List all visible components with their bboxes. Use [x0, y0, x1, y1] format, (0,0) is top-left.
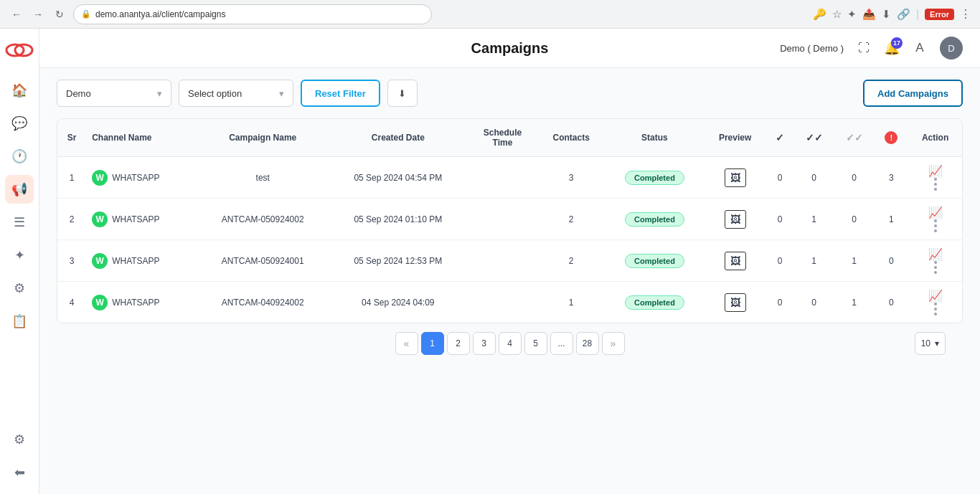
lock-icon: 🔒	[81, 9, 91, 19]
cell-preview[interactable]: 🖼	[705, 199, 766, 240]
trend-icon[interactable]: 📈	[928, 248, 943, 260]
cell-c4: 0	[875, 282, 909, 323]
divider: |	[916, 8, 919, 21]
cell-created-date: 05 Sep 2024 01:10 PM	[329, 199, 468, 240]
download-icon[interactable]: ⬇	[882, 8, 891, 21]
sidebar-item-contacts[interactable]: 📋	[5, 307, 34, 336]
cell-c1: 0	[766, 282, 794, 323]
per-page-select[interactable]: 10 ▾	[915, 332, 946, 355]
trend-icon[interactable]: 📈	[928, 206, 943, 219]
sidebar-item-settings-bottom[interactable]: ⚙	[5, 425, 34, 454]
trend-icon[interactable]: 📈	[928, 165, 943, 177]
col-check3: ✓✓	[834, 119, 875, 157]
more-options[interactable]	[914, 178, 956, 191]
cell-c4: 0	[875, 240, 909, 282]
page-prev-button[interactable]: «	[395, 332, 418, 355]
sidebar-item-home[interactable]: 🏠	[5, 76, 34, 105]
whatsapp-icon: W	[92, 212, 108, 227]
page-next-button[interactable]: »	[602, 332, 625, 355]
cell-schedule	[468, 240, 537, 282]
notification-bell[interactable]: 🔔 17	[884, 40, 900, 56]
more-options[interactable]	[914, 219, 956, 232]
sidebar-item-settings[interactable]: ⚙	[5, 274, 34, 303]
menu-icon[interactable]: ⋮	[960, 7, 971, 21]
col-preview: Preview	[705, 119, 766, 157]
col-contacts: Contacts	[537, 119, 605, 157]
status-badge: Completed	[625, 171, 684, 185]
col-created: Created Date	[329, 119, 468, 157]
cell-channel: W WHATSAPP	[86, 199, 197, 240]
status-badge: Completed	[625, 254, 684, 268]
campaigns-table: Sr Channel Name Campaign Name Created Da…	[57, 118, 963, 323]
channel-name: WHATSAPP	[112, 298, 159, 308]
download-icon: ⬇	[398, 88, 406, 99]
status-placeholder: Select option	[188, 88, 242, 99]
page-2-button[interactable]: 2	[447, 332, 470, 355]
trend-icon[interactable]: 📈	[928, 290, 943, 302]
cell-status: Completed	[605, 199, 704, 240]
browser-bar: ← → ↻ 🔒 demo.anantya.ai/client/campaigns…	[0, 0, 980, 29]
cell-action: 📈	[908, 199, 962, 240]
back-button[interactable]: ←	[9, 6, 24, 22]
cell-created-date: 04 Sep 2024 04:09	[329, 282, 468, 323]
more-options[interactable]	[914, 303, 956, 315]
page-4-button[interactable]: 4	[499, 332, 522, 355]
reset-filter-button[interactable]: Reset Filter	[301, 80, 380, 107]
cell-preview[interactable]: 🖼	[705, 240, 766, 282]
status-dropdown[interactable]: Select option ▾	[179, 80, 293, 107]
sidebar-item-chat[interactable]: 💬	[5, 109, 34, 138]
cell-c1: 0	[766, 157, 794, 199]
cell-contacts: 3	[537, 157, 605, 199]
refresh-button[interactable]: ↻	[52, 6, 67, 22]
sidebar-item-logout[interactable]: ⬅	[5, 458, 34, 487]
sparkle-icon[interactable]: ✦	[847, 8, 857, 21]
sidebar-item-campaigns[interactable]: 📢	[5, 175, 34, 204]
cell-status: Completed	[605, 157, 704, 199]
cell-campaign: ANTCAM-040924002	[197, 282, 329, 323]
forward-button[interactable]: →	[30, 6, 46, 22]
translate-icon[interactable]: A	[908, 37, 931, 60]
cell-preview[interactable]: 🖼	[705, 157, 766, 199]
cell-preview[interactable]: 🖼	[705, 282, 766, 323]
avatar[interactable]: D	[940, 37, 963, 60]
sidebar-item-widgets[interactable]: ✦	[5, 241, 34, 270]
col-status: Status	[605, 119, 704, 157]
sidebar: 🏠 💬 🕐 📢 ☰ ✦ ⚙ 📋 ⚙ ⬅	[0, 29, 39, 494]
share-icon[interactable]: 📤	[862, 8, 876, 21]
add-campaigns-button[interactable]: Add Campaigns	[863, 80, 963, 107]
page-1-button[interactable]: 1	[421, 332, 444, 355]
cell-contacts: 1	[537, 282, 605, 323]
preview-icon[interactable]: 🖼	[725, 168, 746, 187]
logo-icon	[5, 36, 34, 65]
cell-campaign: ANTCAM-050924001	[197, 240, 329, 282]
channel-name: WHATSAPP	[112, 256, 159, 266]
preview-icon[interactable]: 🖼	[725, 293, 746, 312]
preview-icon[interactable]: 🖼	[725, 252, 746, 270]
extension2-icon[interactable]: 🔗	[897, 8, 910, 21]
cell-channel: W WHATSAPP	[86, 282, 197, 323]
page-title: Campaigns	[471, 40, 549, 57]
more-options[interactable]	[914, 261, 956, 274]
whatsapp-icon: W	[92, 295, 108, 310]
page-3-button[interactable]: 3	[473, 332, 496, 355]
page-5-button[interactable]: 5	[524, 332, 547, 355]
preview-icon[interactable]: 🖼	[725, 210, 746, 229]
extension-icon[interactable]: 🔑	[813, 8, 826, 21]
cell-action: 📈	[908, 282, 962, 323]
cell-c2: 0	[794, 157, 834, 199]
logo	[5, 36, 34, 65]
bookmark-icon[interactable]: ☆	[832, 8, 842, 21]
workspace-dropdown[interactable]: Demo ▾	[57, 80, 171, 107]
page-28-button[interactable]: 28	[576, 332, 599, 355]
cell-status: Completed	[605, 240, 704, 282]
download-button[interactable]: ⬇	[387, 80, 418, 107]
col-schedule: ScheduleTime	[468, 119, 537, 157]
sidebar-item-history[interactable]: 🕐	[5, 142, 34, 171]
expand-icon[interactable]: ⛶	[852, 37, 875, 60]
cell-action: 📈	[908, 240, 962, 282]
table-header-row: Sr Channel Name Campaign Name Created Da…	[57, 119, 962, 157]
cell-c2: 1	[794, 199, 834, 240]
address-bar[interactable]: 🔒 demo.anantya.ai/client/campaigns	[73, 4, 432, 24]
sidebar-item-list[interactable]: ☰	[5, 208, 34, 237]
cell-c2: 0	[794, 282, 834, 323]
